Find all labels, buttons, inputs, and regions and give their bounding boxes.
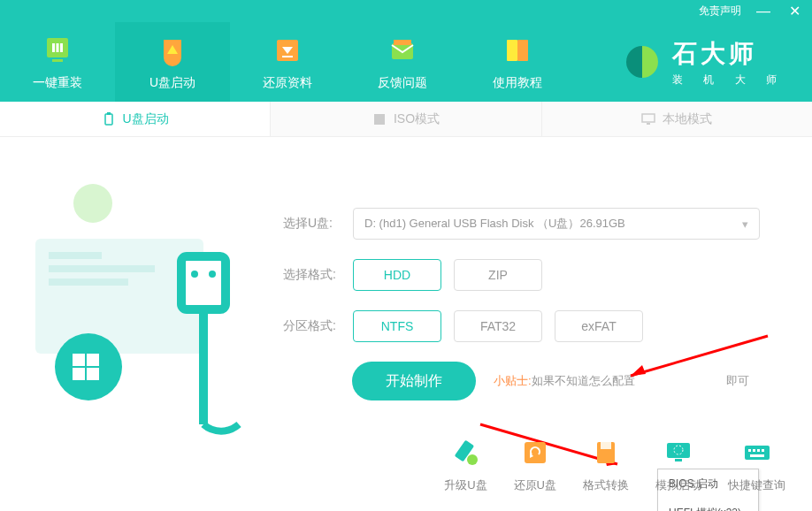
svg-rect-4 <box>52 59 63 62</box>
svg-rect-35 <box>525 442 546 463</box>
usb-select-value: D: (hd1) General USB Flash Disk （U盘）26.9… <box>364 216 625 232</box>
svg-rect-15 <box>647 123 650 125</box>
svg-rect-10 <box>517 40 528 61</box>
action-label: 升级U盘 <box>444 477 486 493</box>
nav-feedback[interactable]: 反馈问题 <box>345 22 460 102</box>
upgrade-icon <box>448 435 483 470</box>
svg-rect-14 <box>642 114 655 122</box>
svg-point-34 <box>467 454 478 465</box>
svg-rect-39 <box>667 443 690 458</box>
chevron-down-icon: ▾ <box>742 217 748 231</box>
nav-label: 反馈问题 <box>378 75 427 91</box>
svg-rect-12 <box>107 112 111 115</box>
menu-uefi-x32[interactable]: UEFI 模拟(x32) <box>658 499 758 511</box>
svg-rect-20 <box>49 278 128 286</box>
convert-icon <box>588 435 624 470</box>
nav-label: 使用教程 <box>493 75 542 91</box>
nav-label: 一键重装 <box>33 75 82 91</box>
nav-tutorial[interactable]: 使用教程 <box>460 22 575 102</box>
tab-label: 本地模式 <box>663 111 712 127</box>
svg-rect-47 <box>750 454 764 457</box>
svg-rect-11 <box>105 114 112 125</box>
svg-rect-40 <box>675 459 682 461</box>
svg-rect-8 <box>394 40 411 45</box>
minimize-button[interactable]: — <box>755 4 772 19</box>
decorative-illustration <box>27 172 257 420</box>
action-label: 快捷键查询 <box>728 477 785 493</box>
action-label: 格式转换 <box>583 477 629 493</box>
action-upgrade-usb[interactable]: 升级U盘 <box>444 435 486 493</box>
partition-label: 分区格式: <box>283 318 341 334</box>
svg-rect-6 <box>282 56 293 57</box>
tab-label: U盘启动 <box>123 111 169 127</box>
partition-option-fat32[interactable]: FAT32 <box>454 310 542 342</box>
iso-icon <box>372 112 387 126</box>
header-nav: 一键重装 U盘启动 还原资料 反馈问题 使用教程 石大师 装 机 大 师 <box>0 22 812 102</box>
svg-rect-46 <box>762 449 764 452</box>
tab-local[interactable]: 本地模式 <box>542 102 812 136</box>
svg-rect-23 <box>87 354 99 366</box>
usb-select[interactable]: D: (hd1) General USB Flash Disk （U盘）26.9… <box>353 208 760 240</box>
tab-usb-boot[interactable]: U盘启动 <box>0 102 271 136</box>
action-label: 模拟启动 <box>655 477 701 493</box>
svg-point-27 <box>191 271 198 278</box>
action-restore-usb[interactable]: 还原U盘 <box>514 435 556 493</box>
restore-usb-icon <box>517 435 553 470</box>
action-format-convert[interactable]: 格式转换 <box>583 435 629 493</box>
format-label: 选择格式: <box>283 267 341 283</box>
usb-select-label: 选择U盘: <box>283 216 341 232</box>
svg-point-16 <box>73 184 112 223</box>
partition-option-ntfs[interactable]: NTFS <box>353 310 441 342</box>
svg-rect-9 <box>507 40 517 61</box>
svg-rect-38 <box>601 442 611 449</box>
tab-label: ISO模式 <box>394 111 440 127</box>
action-label: 还原U盘 <box>514 477 556 493</box>
svg-rect-24 <box>73 368 85 380</box>
reinstall-icon <box>40 33 75 68</box>
partition-option-exfat[interactable]: exFAT <box>555 310 643 342</box>
svg-rect-43 <box>748 449 751 452</box>
svg-rect-13 <box>374 114 385 125</box>
svg-rect-1 <box>52 43 55 52</box>
brand-subtitle: 装 机 大 师 <box>672 72 785 88</box>
svg-rect-45 <box>757 449 760 452</box>
disclaimer-link[interactable]: 免责声明 <box>699 4 741 19</box>
svg-rect-18 <box>49 252 102 259</box>
svg-rect-3 <box>60 43 63 52</box>
usb-boot-icon <box>155 33 190 68</box>
nav-usb-boot[interactable]: U盘启动 <box>115 22 230 102</box>
nav-label: 还原资料 <box>263 75 312 91</box>
brand: 石大师 装 机 大 师 <box>623 37 812 88</box>
format-option-zip[interactable]: ZIP <box>454 259 542 291</box>
svg-rect-42 <box>745 446 770 460</box>
close-button[interactable]: ✕ <box>785 3 803 19</box>
action-simulate-boot[interactable]: 模拟启动 <box>655 435 701 493</box>
brand-title: 石大师 <box>672 37 785 71</box>
keyboard-icon <box>739 435 775 470</box>
nav-restore[interactable]: 还原资料 <box>230 22 345 102</box>
tab-iso[interactable]: ISO模式 <box>271 102 541 136</box>
restore-icon <box>270 33 305 68</box>
tip-label: 小贴士: <box>494 374 532 387</box>
svg-rect-22 <box>73 354 85 366</box>
simulate-icon <box>661 435 696 470</box>
format-option-hdd[interactable]: HDD <box>353 259 441 291</box>
svg-rect-25 <box>87 368 99 380</box>
svg-point-21 <box>55 333 122 400</box>
tip-text: 小贴士:如果不知道怎么配置 即可 <box>494 373 749 389</box>
start-button[interactable]: 开始制作 <box>352 362 476 400</box>
svg-rect-26 <box>181 256 226 309</box>
tutorial-icon <box>500 33 535 68</box>
usb-icon <box>102 112 116 126</box>
action-hotkey-lookup[interactable]: 快捷键查询 <box>728 435 785 493</box>
svg-rect-2 <box>57 43 59 52</box>
svg-point-28 <box>209 271 216 278</box>
svg-rect-19 <box>49 265 155 272</box>
nav-label: U盘启动 <box>149 75 195 91</box>
brand-logo-icon <box>623 42 662 81</box>
monitor-icon <box>641 112 655 126</box>
mode-tabs: U盘启动 ISO模式 本地模式 <box>0 102 812 137</box>
feedback-icon <box>385 33 420 68</box>
nav-reinstall[interactable]: 一键重装 <box>0 22 115 102</box>
svg-rect-44 <box>753 449 755 452</box>
